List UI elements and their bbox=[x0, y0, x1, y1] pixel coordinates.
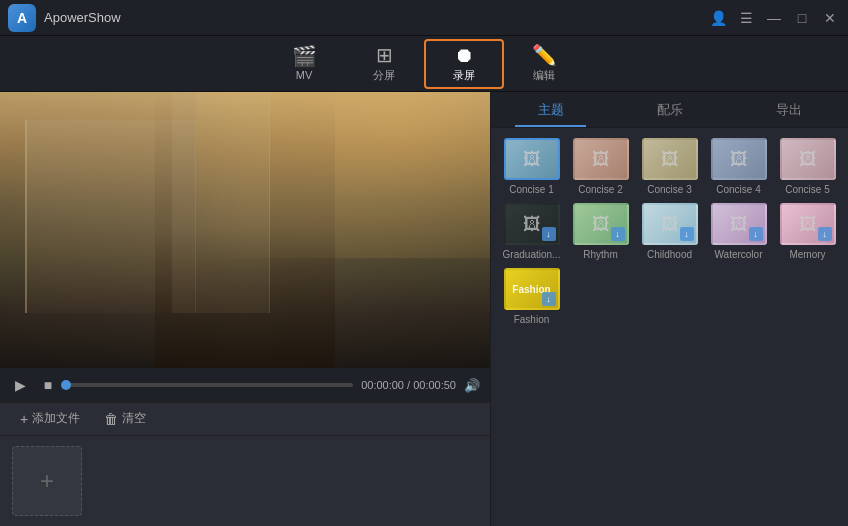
right-panel: 主题 配乐 导出 🖼 Concise 1 🖼 Concis bbox=[490, 92, 848, 526]
nav-split-label: 分屏 bbox=[373, 68, 395, 83]
download-badge-fashion: ↓ bbox=[542, 292, 556, 306]
menu-button[interactable]: ☰ bbox=[736, 8, 756, 28]
theme-thumb-watercolor: 🖼 ↓ bbox=[711, 203, 767, 245]
tab-theme-label: 主题 bbox=[538, 101, 564, 119]
split-icon: ⊞ bbox=[376, 45, 393, 65]
theme-label-rhythm: Rhythm bbox=[583, 249, 617, 260]
theme-thumb-concise2: 🖼 bbox=[573, 138, 629, 180]
close-button[interactable]: ✕ bbox=[820, 8, 840, 28]
download-badge-watercolor: ↓ bbox=[749, 227, 763, 241]
tab-export[interactable]: 导出 bbox=[729, 92, 848, 127]
video-placeholder bbox=[0, 92, 490, 368]
theme-watercolor[interactable]: 🖼 ↓ Watercolor bbox=[708, 203, 769, 260]
add-timeline-track[interactable]: + bbox=[12, 446, 82, 516]
video-preview bbox=[0, 92, 490, 368]
theme-thumb-concise1: 🖼 bbox=[504, 138, 560, 180]
edit-toolbar: + 添加文件 🗑 清空 bbox=[0, 402, 490, 436]
theme-concise2[interactable]: 🖼 Concise 2 bbox=[570, 138, 631, 195]
nav-record[interactable]: ⏺ 录屏 bbox=[424, 39, 504, 89]
download-badge-rhythm: ↓ bbox=[611, 227, 625, 241]
theme-concise1[interactable]: 🖼 Concise 1 bbox=[501, 138, 562, 195]
main-content: ▶ ■ 00:00:00 / 00:00:50 🔊 + 添加文件 🗑 清空 bbox=[0, 92, 848, 526]
title-bar-left: A ApowerShow bbox=[8, 4, 121, 32]
tab-music[interactable]: 配乐 bbox=[610, 92, 729, 127]
video-background bbox=[0, 92, 490, 368]
theme-thumb-graduation: 🖼 ↓ bbox=[504, 203, 560, 245]
timeline-area: + bbox=[0, 436, 490, 526]
theme-childhood[interactable]: 🖼 ↓ Childhood bbox=[639, 203, 700, 260]
download-badge-graduation: ↓ bbox=[542, 227, 556, 241]
logo-char: A bbox=[17, 10, 27, 26]
tab-music-label: 配乐 bbox=[657, 101, 683, 119]
clear-button[interactable]: 🗑 清空 bbox=[96, 406, 154, 431]
trash-icon: 🗑 bbox=[104, 411, 118, 427]
clear-label: 清空 bbox=[122, 410, 146, 427]
theme-label-concise4: Concise 4 bbox=[716, 184, 760, 195]
theme-label-concise5: Concise 5 bbox=[785, 184, 829, 195]
theme-thumb-fashion: Fashion ↓ bbox=[504, 268, 560, 310]
theme-thumb-concise3: 🖼 bbox=[642, 138, 698, 180]
theme-label-concise1: Concise 1 bbox=[509, 184, 553, 195]
app-logo: A bbox=[8, 4, 36, 32]
right-tabs: 主题 配乐 导出 bbox=[491, 92, 848, 128]
tab-export-label: 导出 bbox=[776, 101, 802, 119]
tab-theme[interactable]: 主题 bbox=[491, 92, 610, 127]
mv-icon: 🎬 bbox=[292, 46, 317, 66]
theme-rhythm[interactable]: 🖼 ↓ Rhythm bbox=[570, 203, 631, 260]
stop-button[interactable]: ■ bbox=[38, 375, 58, 395]
theme-label-childhood: Childhood bbox=[647, 249, 692, 260]
theme-label-graduation: Graduation... bbox=[503, 249, 561, 260]
theme-thumb-memory: 🖼 ↓ bbox=[780, 203, 836, 245]
minimize-button[interactable]: — bbox=[764, 8, 784, 28]
themes-grid: 🖼 Concise 1 🖼 Concise 2 🖼 Concise 3 🖼 bbox=[491, 128, 848, 335]
edit-icon: ✏️ bbox=[532, 45, 557, 65]
nav-edit[interactable]: ✏️ 编辑 bbox=[504, 39, 584, 89]
theme-thumb-rhythm: 🖼 ↓ bbox=[573, 203, 629, 245]
download-badge-childhood: ↓ bbox=[680, 227, 694, 241]
add-file-button[interactable]: + 添加文件 bbox=[12, 406, 88, 431]
theme-label-watercolor: Watercolor bbox=[715, 249, 763, 260]
nav-mv[interactable]: 🎬 MV bbox=[264, 39, 344, 89]
theme-thumb-concise4: 🖼 bbox=[711, 138, 767, 180]
theme-label-concise2: Concise 2 bbox=[578, 184, 622, 195]
time-display: 00:00:00 / 00:00:50 bbox=[361, 379, 456, 391]
main-toolbar: 🎬 MV ⊞ 分屏 ⏺ 录屏 ✏️ 编辑 bbox=[0, 36, 848, 92]
theme-concise3[interactable]: 🖼 Concise 3 bbox=[639, 138, 700, 195]
add-icon: + bbox=[20, 411, 28, 427]
theme-fashion[interactable]: Fashion ↓ Fashion bbox=[501, 268, 562, 325]
total-time: 00:00:50 bbox=[413, 379, 456, 391]
add-track-icon: + bbox=[40, 467, 54, 495]
volume-button[interactable]: 🔊 bbox=[464, 378, 480, 393]
theme-concise5[interactable]: 🖼 Concise 5 bbox=[777, 138, 838, 195]
nav-split[interactable]: ⊞ 分屏 bbox=[344, 39, 424, 89]
nav-record-label: 录屏 bbox=[453, 68, 475, 83]
user-button[interactable]: 👤 bbox=[708, 8, 728, 28]
theme-graduation[interactable]: 🖼 ↓ Graduation... bbox=[501, 203, 562, 260]
theme-label-fashion: Fashion bbox=[514, 314, 550, 325]
download-badge-memory: ↓ bbox=[818, 227, 832, 241]
nav-edit-label: 编辑 bbox=[533, 68, 555, 83]
theme-thumb-concise5: 🖼 bbox=[780, 138, 836, 180]
play-button[interactable]: ▶ bbox=[10, 375, 30, 395]
theme-label-concise3: Concise 3 bbox=[647, 184, 691, 195]
playback-controls: ▶ ■ 00:00:00 / 00:00:50 🔊 bbox=[0, 368, 490, 402]
add-file-label: 添加文件 bbox=[32, 410, 80, 427]
title-bar-controls: 👤 ☰ — □ ✕ bbox=[708, 8, 840, 28]
progress-bar[interactable] bbox=[66, 383, 353, 387]
nav-mv-label: MV bbox=[296, 69, 313, 81]
app-name: ApowerShow bbox=[44, 10, 121, 25]
theme-label-memory: Memory bbox=[789, 249, 825, 260]
maximize-button[interactable]: □ bbox=[792, 8, 812, 28]
title-bar: A ApowerShow 👤 ☰ — □ ✕ bbox=[0, 0, 848, 36]
theme-thumb-childhood: 🖼 ↓ bbox=[642, 203, 698, 245]
theme-memory[interactable]: 🖼 ↓ Memory bbox=[777, 203, 838, 260]
record-icon: ⏺ bbox=[454, 45, 474, 65]
current-time: 00:00:00 bbox=[361, 379, 404, 391]
theme-concise4[interactable]: 🖼 Concise 4 bbox=[708, 138, 769, 195]
left-panel: ▶ ■ 00:00:00 / 00:00:50 🔊 + 添加文件 🗑 清空 bbox=[0, 92, 490, 526]
progress-dot bbox=[61, 380, 71, 390]
